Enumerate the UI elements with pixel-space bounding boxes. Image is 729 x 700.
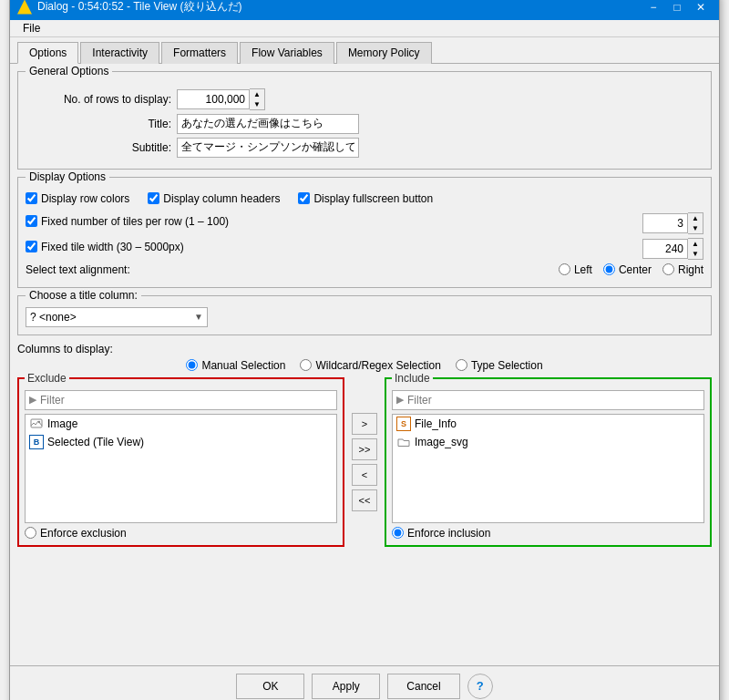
help-button[interactable]: ? bbox=[467, 674, 493, 699]
check-tile-width[interactable] bbox=[26, 241, 37, 252]
rows-input[interactable] bbox=[177, 89, 250, 109]
exclude-include-row: Exclude ▶ bbox=[17, 377, 712, 547]
check-tile-width-wrapper: Fixed tile width (30 – 5000px) bbox=[26, 241, 184, 253]
fixed-tiles-down[interactable]: ▼ bbox=[688, 223, 703, 233]
enforce-exclusion-label: Enforce exclusion bbox=[40, 527, 127, 540]
columns-label: Columns to display: bbox=[17, 343, 712, 355]
close-button[interactable]: ✕ bbox=[690, 0, 712, 16]
move-right-double-button[interactable]: >> bbox=[352, 438, 377, 460]
move-left-single-button[interactable]: < bbox=[352, 464, 377, 486]
apply-button[interactable]: Apply bbox=[312, 674, 380, 699]
alignment-left-label: Left bbox=[574, 263, 592, 276]
list-item[interactable]: Image bbox=[26, 415, 336, 433]
menu-file[interactable]: File bbox=[17, 20, 46, 36]
alignment-center-label: Center bbox=[619, 263, 652, 276]
tab-interactivity[interactable]: Interactivity bbox=[80, 42, 159, 64]
list-item[interactable]: Image_svg bbox=[393, 433, 703, 451]
check-fixed-tiles-wrapper: Fixed number of tiles per row (1 – 100) bbox=[26, 215, 229, 228]
fixed-tiles-input[interactable] bbox=[642, 213, 688, 233]
alignment-center-radio[interactable] bbox=[603, 263, 615, 275]
title-field-label: Title: bbox=[26, 118, 171, 130]
exclude-filter-icon: ▶ bbox=[29, 394, 36, 406]
alignment-right-radio[interactable] bbox=[662, 263, 674, 275]
dialog-window: Dialog - 0:54:0:52 - Tile View (絞り込んだ) −… bbox=[9, 0, 720, 700]
alignment-radio-group: Left Center Right bbox=[559, 263, 703, 276]
include-list[interactable]: S File_Info Image_svg bbox=[392, 414, 704, 523]
rows-spinner: ▲ ▼ bbox=[177, 88, 265, 110]
exclude-box: Exclude ▶ bbox=[17, 377, 344, 547]
rows-up[interactable]: ▲ bbox=[250, 89, 264, 99]
tile-width-row: Fixed tile width (30 – 5000px) ▲ ▼ bbox=[26, 238, 703, 260]
tab-flow-variables[interactable]: Flow Variables bbox=[240, 42, 334, 64]
exclude-list[interactable]: Image B Selected (Tile View) bbox=[25, 414, 337, 523]
title-column-label: Choose a title column: bbox=[26, 289, 141, 302]
title-column-value: ? <none> bbox=[30, 311, 77, 324]
subtitle-field-label: Subtitle: bbox=[26, 141, 171, 154]
type-selection-option[interactable]: Type Selection bbox=[456, 359, 543, 372]
enforce-inclusion-row: Enforce inclusion bbox=[392, 527, 704, 540]
wildcard-selection-option[interactable]: Wildcard/Regex Selection bbox=[300, 359, 440, 372]
tab-options[interactable]: Options bbox=[17, 42, 78, 64]
include-box: Include ▶ S File_Info bbox=[385, 377, 712, 547]
manual-selection-radio[interactable] bbox=[186, 359, 198, 371]
general-options-title: General Options bbox=[26, 65, 112, 77]
chevron-down-icon: ▼ bbox=[194, 312, 203, 322]
check-fullscreen[interactable] bbox=[298, 192, 310, 204]
exclude-filter-input[interactable] bbox=[40, 394, 333, 407]
enforce-inclusion-radio[interactable] bbox=[392, 527, 404, 539]
exclude-item-1-label: Selected (Tile View) bbox=[47, 436, 144, 448]
alignment-right-label: Right bbox=[678, 263, 703, 276]
enforce-exclusion-radio[interactable] bbox=[25, 527, 36, 539]
check-fixed-tiles[interactable] bbox=[26, 215, 37, 227]
include-filter-input[interactable] bbox=[407, 394, 700, 407]
tab-memory-policy[interactable]: Memory Policy bbox=[336, 42, 432, 64]
tab-formatters[interactable]: Formatters bbox=[161, 42, 238, 64]
display-row1: Display row colors Display column header… bbox=[26, 192, 703, 209]
include-item-1-label: Image_svg bbox=[415, 436, 468, 448]
type-selection-label: Type Selection bbox=[471, 359, 543, 372]
title-input[interactable] bbox=[177, 114, 359, 134]
wildcard-selection-label: Wildcard/Regex Selection bbox=[315, 359, 440, 372]
title-controls: − □ ✕ bbox=[642, 0, 712, 16]
svg-point-1 bbox=[38, 420, 40, 422]
check-col-headers[interactable] bbox=[148, 192, 159, 204]
include-filter-wrapper: ▶ bbox=[392, 390, 704, 410]
menu-bar: File bbox=[10, 20, 719, 37]
alignment-right-option[interactable]: Right bbox=[662, 263, 703, 276]
include-box-title: Include bbox=[392, 372, 433, 385]
rows-down[interactable]: ▼ bbox=[250, 99, 264, 109]
list-item[interactable]: S File_Info bbox=[393, 415, 703, 433]
alignment-left-option[interactable]: Left bbox=[559, 263, 592, 276]
exclude-filter-wrapper: ▶ bbox=[25, 390, 337, 410]
tile-width-input[interactable] bbox=[642, 239, 688, 259]
enforce-inclusion-label: Enforce inclusion bbox=[407, 527, 490, 540]
title-row: Title: bbox=[26, 114, 703, 134]
display-options-title: Display Options bbox=[26, 170, 109, 183]
check-row-colors[interactable] bbox=[26, 192, 37, 204]
type-selection-radio[interactable] bbox=[456, 359, 467, 371]
check-fixed-tiles-label: Fixed number of tiles per row (1 – 100) bbox=[41, 215, 229, 228]
ok-button[interactable]: OK bbox=[236, 674, 304, 699]
folder-icon bbox=[396, 435, 411, 449]
title-column-group: Choose a title column: ? <none> ▼ bbox=[17, 295, 712, 335]
general-options-group: General Options No. of rows to display: … bbox=[17, 71, 712, 170]
title-column-section: Choose a title column: ? <none> ▼ bbox=[17, 295, 712, 335]
move-right-single-button[interactable]: > bbox=[352, 413, 377, 435]
minimize-button[interactable]: − bbox=[642, 0, 664, 16]
list-item[interactable]: B Selected (Tile View) bbox=[26, 433, 336, 451]
subtitle-input[interactable] bbox=[177, 138, 359, 158]
manual-selection-option[interactable]: Manual Selection bbox=[186, 359, 285, 372]
fixed-tiles-up[interactable]: ▲ bbox=[688, 213, 703, 223]
move-left-double-button[interactable]: << bbox=[352, 489, 377, 511]
cancel-button[interactable]: Cancel bbox=[387, 674, 459, 699]
check-col-headers-wrapper: Display column headers bbox=[148, 192, 280, 205]
check-col-headers-label: Display column headers bbox=[163, 192, 280, 205]
alignment-label: Select text alignment: bbox=[26, 263, 130, 276]
tile-width-up[interactable]: ▲ bbox=[688, 239, 703, 249]
maximize-button[interactable]: □ bbox=[666, 0, 688, 16]
wildcard-selection-radio[interactable] bbox=[300, 359, 312, 371]
alignment-center-option[interactable]: Center bbox=[603, 263, 652, 276]
title-column-select[interactable]: ? <none> ▼ bbox=[26, 307, 208, 327]
tile-width-down[interactable]: ▼ bbox=[688, 249, 703, 259]
alignment-left-radio[interactable] bbox=[559, 263, 570, 275]
